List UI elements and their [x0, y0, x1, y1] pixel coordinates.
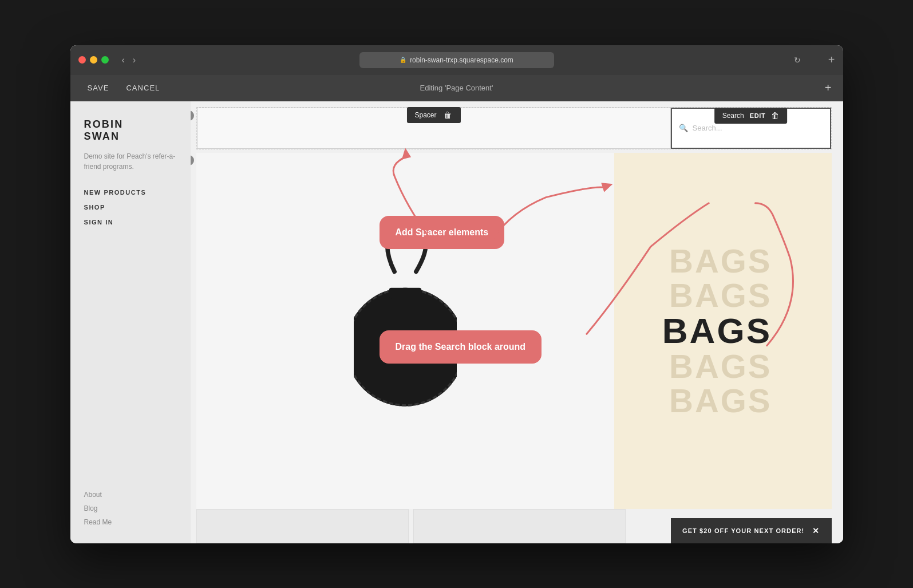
- hero-right: BAGS BAGS BAGS BAGS BAGS: [614, 153, 832, 509]
- new-tab-button[interactable]: +: [828, 53, 835, 66]
- bags-word-4: BAGS: [669, 350, 772, 383]
- search-icon: 🔍: [679, 124, 688, 132]
- promo-text: GET $20 OFF YOUR NEXT ORDER!: [682, 527, 804, 534]
- editing-label: Editing 'Page Content': [420, 84, 493, 92]
- spacer-delete-button[interactable]: 🗑: [442, 111, 453, 120]
- bottom-strips: [196, 509, 626, 543]
- bags-text-container: BAGS BAGS BAGS BAGS BAGS: [662, 244, 784, 417]
- promo-bar: GET $20 OFF YOUR NEXT ORDER! ✕: [671, 518, 831, 543]
- spacer-annotation-bubble: Add Spacer elements: [380, 216, 505, 249]
- url-text: robin-swan-trxp.squarespace.com: [410, 56, 513, 64]
- bags-word-2: BAGS: [669, 279, 772, 312]
- title-bar: ‹ › 🔒 robin-swan-trxp.squarespace.com ↻ …: [70, 45, 843, 75]
- svg-rect-4: [389, 287, 421, 298]
- search-label: Search: [722, 112, 744, 120]
- site-description: Demo site for Peach's refer-a-friend pro…: [84, 151, 177, 172]
- nav-link-shop[interactable]: SHOP: [84, 204, 177, 211]
- search-block[interactable]: Search EDIT 🗑 🔍 Search...: [671, 108, 831, 149]
- spacer-block[interactable]: Spacer 🗑: [197, 108, 671, 149]
- fullscreen-button[interactable]: [101, 56, 109, 64]
- search-annotation-bubble: Drag the Search block around: [380, 330, 542, 364]
- editor-area: Spacer 🗑 Search EDIT 🗑 🔍 Search...: [191, 101, 843, 543]
- mac-window: ‹ › 🔒 robin-swan-trxp.squarespace.com ↻ …: [70, 45, 843, 543]
- footer-link-blog[interactable]: Blog: [84, 504, 177, 512]
- nav-link-new-products[interactable]: NEW PRODUCTS: [84, 189, 177, 196]
- site-title-line1: ROBIN: [84, 119, 124, 130]
- minimize-button[interactable]: [90, 56, 97, 64]
- bottom-strip-2: [413, 509, 626, 543]
- spacer-toolbar: Spacer 🗑: [406, 107, 460, 123]
- spacer-label: Spacer: [414, 111, 436, 119]
- cancel-button[interactable]: CANCEL: [120, 80, 165, 96]
- sidebar-footer: About Blog Read Me: [84, 491, 177, 526]
- drag-handle-1[interactable]: [191, 111, 194, 121]
- promo-close-button[interactable]: ✕: [812, 526, 820, 535]
- sidebar: ROBIN SWAN Demo site for Peach's refer-a…: [70, 101, 191, 543]
- search-input-area: 🔍 Search...: [672, 124, 830, 132]
- nav-arrows: ‹ ›: [119, 54, 139, 66]
- save-button[interactable]: SAVE: [82, 80, 115, 96]
- lock-icon: 🔒: [400, 57, 406, 63]
- site-title-line2: SWAN: [84, 131, 120, 142]
- search-edit-button[interactable]: EDIT: [750, 112, 766, 119]
- top-row: Spacer 🗑 Search EDIT 🗑 🔍 Search...: [196, 107, 832, 149]
- bottom-strip-1: [196, 509, 409, 543]
- reload-button[interactable]: ↻: [794, 56, 801, 65]
- footer-link-about[interactable]: About: [84, 491, 177, 499]
- bags-word-3: BAGS: [662, 313, 772, 349]
- search-toolbar: Search EDIT 🗑: [714, 108, 788, 124]
- footer-link-readme[interactable]: Read Me: [84, 518, 177, 526]
- traffic-lights: [78, 56, 109, 64]
- nav-links: NEW PRODUCTS SHOP SIGN IN: [84, 189, 177, 226]
- bags-word-1: BAGS: [669, 244, 772, 278]
- cms-toolbar: SAVE CANCEL Editing 'Page Content' +: [70, 75, 843, 101]
- site-title: ROBIN SWAN: [84, 119, 177, 143]
- nav-link-sign-in[interactable]: SIGN IN: [84, 219, 177, 226]
- back-button[interactable]: ‹: [119, 54, 128, 66]
- add-block-button[interactable]: +: [825, 81, 832, 94]
- main-content: ROBIN SWAN Demo site for Peach's refer-a…: [70, 101, 843, 543]
- search-placeholder-text: Search...: [693, 124, 722, 132]
- bags-word-5: BAGS: [669, 384, 772, 417]
- drag-handle-2[interactable]: [191, 155, 194, 165]
- forward-button[interactable]: ›: [130, 54, 139, 66]
- search-delete-button[interactable]: 🗑: [771, 111, 779, 120]
- address-bar[interactable]: 🔒 robin-swan-trxp.squarespace.com: [359, 52, 554, 68]
- close-button[interactable]: [78, 56, 86, 64]
